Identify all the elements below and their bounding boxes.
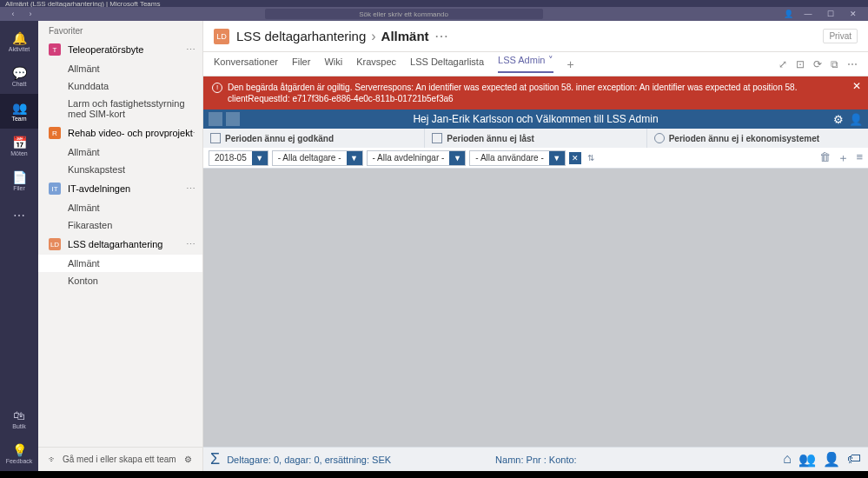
bottom-bar — [0, 471, 868, 478]
channel-tabs: Konversationer Filer Wiki Kravspec LSS D… — [203, 52, 868, 76]
channel-allmant[interactable]: Allmänt — [38, 255, 202, 272]
add-tab-button[interactable]: + — [567, 57, 574, 71]
rail-more[interactable]: ⋯ — [0, 198, 38, 233]
team-more-icon[interactable]: ⋯ — [186, 128, 195, 139]
chevron-down-icon[interactable]: ▼ — [449, 151, 465, 165]
join-create-team[interactable]: ᯤ Gå med i eller skapa ett team ⚙ — [38, 447, 202, 471]
search-placeholder: Sök eller skriv ett kommando — [359, 10, 448, 18]
team-it[interactable]: IT IT-avdelningen ⋯ — [38, 178, 202, 199]
tab-lss-admin[interactable]: LSS Admin ˅ — [498, 55, 553, 73]
tag-icon[interactable]: 🏷 — [847, 451, 861, 468]
tab-more-icon[interactable]: ⋯ — [847, 58, 858, 70]
app-header: Hej Jan-Erik Karlsson och Välkommen till… — [203, 110, 868, 129]
team-more-icon[interactable]: ⋯ — [186, 239, 195, 250]
forward-button[interactable]: › — [23, 10, 38, 18]
clear-filter-button[interactable]: ✕ — [569, 152, 581, 164]
period-select[interactable]: 2018-05▼ — [209, 150, 268, 166]
rail-filer[interactable]: 📄Filer — [0, 163, 38, 198]
channel-allmant[interactable]: Allmänt — [38, 199, 202, 216]
tab-lss-deltagarlista[interactable]: LSS Deltagarlista — [410, 56, 484, 72]
rail-moten[interactable]: 📅Möten — [0, 129, 38, 163]
user-icon[interactable]: 👤 — [849, 113, 863, 126]
chevron-down-icon[interactable]: ▼ — [252, 151, 268, 165]
more-icon: ⋯ — [13, 209, 25, 222]
sidebar-favoriter: Favoriter — [38, 21, 202, 39]
rail-chatt[interactable]: 💬Chatt — [0, 59, 38, 94]
store-icon: 🛍 — [13, 409, 25, 422]
people-icon: 👥 — [12, 102, 27, 114]
home-icon[interactable]: ⌂ — [783, 451, 792, 468]
minimize-button[interactable]: — — [800, 10, 816, 18]
reload-icon[interactable]: ⟳ — [813, 58, 822, 70]
channel-kunskapstest[interactable]: Kunskapstest — [38, 161, 202, 178]
filter-row: 2018-05▼ - Alla deltagare -▼ - Alla avde… — [203, 148, 868, 169]
gear-icon[interactable]: ⚙ — [833, 113, 844, 126]
app-welcome-text: Hej Jan-Erik Karlsson och Välkommen till… — [413, 113, 658, 125]
avatar[interactable]: 👤 — [784, 10, 793, 18]
content-area: LD LSS deltagarhantering › Allmänt ⋯ Pri… — [203, 21, 868, 471]
team-more-icon[interactable]: ⋯ — [186, 183, 195, 195]
popout-icon[interactable]: ⧉ — [831, 58, 838, 70]
teams-sidebar: Favoriter T Teleoperatörsbyte ⋯ Allmänt … — [38, 21, 203, 471]
channel-allmant[interactable]: Allmänt — [38, 143, 202, 161]
channel-larm[interactable]: Larm och fastighetsstyrning med SIM-kort — [38, 95, 202, 123]
add-icon[interactable]: ＋ — [838, 150, 849, 166]
breadcrumb-team[interactable]: LSS deltagarhantering — [236, 29, 366, 43]
error-icon: ! — [212, 83, 222, 93]
maximize-button[interactable]: ☐ — [823, 10, 838, 18]
header-tab-icon[interactable] — [226, 112, 240, 126]
deltagare-select[interactable]: - Alla deltagare -▼ — [272, 150, 363, 166]
comments-icon[interactable]: ⊡ — [796, 58, 805, 70]
check-icon — [210, 133, 221, 143]
rail-butik[interactable]: 🛍Butik — [0, 402, 38, 436]
tab-kravspec[interactable]: Kravspec — [356, 56, 396, 72]
people-icon[interactable]: 👥 — [798, 451, 816, 468]
breadcrumb-channel: Allmänt — [381, 29, 429, 43]
team-more-icon[interactable]: ⋯ — [186, 44, 195, 56]
privat-button[interactable]: Privat — [823, 29, 858, 43]
team-teleoperatorsbyte[interactable]: T Teleoperatörsbyte ⋯ — [38, 39, 202, 60]
team-icon: LD — [214, 29, 229, 44]
calendar-icon: 📅 — [12, 136, 27, 149]
channel-fikarasten[interactable]: Fikarasten — [38, 216, 202, 234]
chevron-down-icon: ˅ — [548, 55, 553, 65]
header-tab-icon[interactable] — [209, 112, 222, 126]
channel-konton[interactable]: Konton — [38, 272, 202, 289]
sort-icon[interactable]: ⇅ — [585, 152, 597, 164]
footer-summary: Deltagare: 0, dagar: 0, ersättning: SEK — [227, 455, 391, 465]
anvandare-select[interactable]: - Alla användare -▼ — [469, 150, 565, 166]
person-icon[interactable]: 👤 — [823, 451, 840, 468]
expand-icon[interactable]: ⤢ — [779, 58, 787, 70]
chevron-down-icon[interactable]: ▼ — [549, 151, 565, 165]
chevron-down-icon[interactable]: ▼ — [347, 151, 362, 165]
channel-kunddata[interactable]: Kunddata — [38, 77, 202, 95]
avdelningar-select[interactable]: - Alla avdelningar -▼ — [367, 150, 467, 166]
bulb-icon: 💡 — [12, 444, 27, 456]
gear-icon[interactable]: ⚙ — [184, 455, 192, 464]
team-lss[interactable]: LD LSS deltagarhantering ⋯ — [38, 234, 202, 255]
status-last: Perioden ännu ej låst — [425, 129, 646, 148]
delete-icon[interactable]: 🗑 — [819, 150, 831, 166]
team-label: Rehab video- och provprojekt — [68, 128, 193, 138]
more-icon[interactable]: ⋯ — [434, 28, 448, 44]
error-close-button[interactable]: ✕ — [852, 80, 861, 94]
close-button[interactable]: ✕ — [845, 10, 861, 18]
team-rehab[interactable]: R Rehab video- och provprojekt ⋯ — [38, 123, 202, 143]
team-label: IT-avdelningen — [68, 183, 130, 194]
browser-chrome: Allmänt (LSS deltagarhantering) | Micros… — [0, 0, 868, 7]
tab-wiki[interactable]: Wiki — [324, 56, 342, 72]
channel-allmant[interactable]: Allmänt — [38, 60, 202, 77]
list-icon[interactable]: ≡ — [856, 150, 863, 166]
lss-admin-frame: ! Den begärda åtgärden är ogiltig. Serve… — [203, 76, 868, 471]
error-text: Den begärda åtgärden är ogiltig. Serverr… — [228, 82, 844, 104]
rail-feedback[interactable]: 💡Feedback — [0, 436, 38, 471]
search-input[interactable]: Sök eller skriv ett kommando — [265, 9, 543, 19]
tab-filer[interactable]: Filer — [292, 56, 310, 72]
status-row: Perioden ännu ej godkänd Perioden ännu e… — [203, 129, 868, 148]
chat-icon: 💬 — [12, 67, 27, 79]
rail-team[interactable]: 👥Team — [0, 94, 38, 129]
app-rail: 🔔Aktivitet 💬Chatt 👥Team 📅Möten 📄Filer ⋯ … — [0, 21, 38, 471]
rail-aktivitet[interactable]: 🔔Aktivitet — [0, 24, 38, 59]
back-button[interactable]: ‹ — [5, 10, 21, 18]
tab-konversationer[interactable]: Konversationer — [214, 56, 278, 72]
